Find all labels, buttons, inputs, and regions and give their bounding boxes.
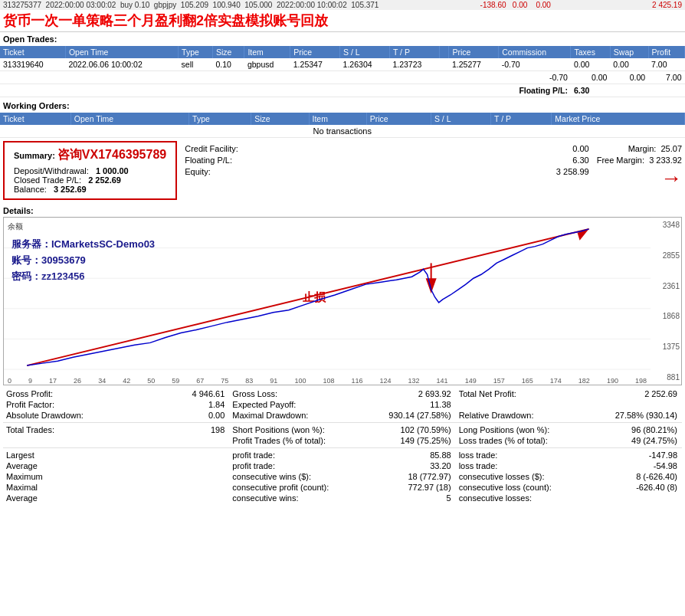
stats-row1: Gross Profit: 4 946.61 Gross Loss: 2 693… bbox=[3, 388, 682, 399]
x-34: 34 bbox=[98, 377, 106, 385]
floating-taxes: 0.00 bbox=[571, 71, 610, 84]
credit-value: 0.00 bbox=[572, 144, 588, 153]
working-orders-header: Working Orders: bbox=[0, 99, 685, 113]
svg-marker-9 bbox=[426, 278, 437, 293]
maximum-row: Maximum consecutive wins ($): 18 (772.97… bbox=[3, 471, 682, 482]
expected-payoff-label: Expected Payoff: bbox=[232, 400, 296, 409]
chart-container: 余额 服务器：ICMarketsSC-Demo03 账号：30953679 密码… bbox=[3, 217, 682, 385]
prev-closed-amt: 2 425.19 bbox=[652, 1, 682, 9]
x-108: 108 bbox=[323, 377, 334, 385]
floating-pl-sum-value: 6.30 bbox=[572, 156, 588, 165]
avg-consec-row: Average consecutive wins: 5 consecutive … bbox=[3, 493, 682, 503]
total-trades-label: Total Trades: bbox=[6, 425, 54, 434]
max-consec-losses-label: consecutive losses ($): bbox=[459, 472, 545, 481]
margin-row: Margin: 25.07 bbox=[597, 144, 682, 153]
stats-row2: Profit Factor: 1.84 Expected Payoff: 11.… bbox=[3, 399, 682, 410]
col-item: Item bbox=[244, 46, 290, 58]
avg-consec-wins-value: 5 bbox=[447, 493, 451, 503]
largest-profit-row: profit trade: 85.88 bbox=[229, 450, 455, 460]
open-trade-row: 313319640 2022.06.06 10:00:02 sell 0.10 … bbox=[0, 58, 685, 71]
max-consec-wins-row: consecutive wins ($): 18 (772.97) bbox=[229, 471, 455, 482]
average-profit-value: 33.20 bbox=[430, 461, 451, 470]
balance-value: 3 252.69 bbox=[54, 185, 87, 194]
average-loss-row: loss trade: -54.98 bbox=[456, 460, 682, 471]
gross-profit-value: 4 946.61 bbox=[192, 389, 225, 398]
x-26: 26 bbox=[74, 377, 81, 385]
summary-label: Summary: bbox=[14, 151, 55, 160]
floating-pl-sum-label: Floating P/L: bbox=[185, 156, 232, 165]
working-orders-table: Ticket Open Time Type Size Item Price S … bbox=[0, 113, 685, 138]
summary-balance-row: Balance: 3 252.69 bbox=[14, 185, 166, 194]
short-positions-row: Short Positions (won %): 102 (70.59%) bbox=[229, 424, 455, 435]
chart-svg bbox=[4, 218, 651, 372]
floating-empty bbox=[0, 71, 499, 84]
profit-factor-label: Profit Factor: bbox=[6, 400, 54, 409]
trade-tp: 1.23723 bbox=[389, 58, 439, 71]
closed-pl-value: 2 252.69 bbox=[88, 175, 121, 185]
details-title: Details: bbox=[3, 206, 682, 215]
total-net-profit-value: 2 252.69 bbox=[644, 389, 677, 398]
rel-drawdown-row: Relative Drawdown: 27.58% (930.14) bbox=[456, 410, 682, 421]
floating-commission: -0.70 bbox=[499, 71, 571, 84]
profit-factor-row: Profit Factor: 1.84 bbox=[3, 399, 229, 410]
no-transactions-row: No transactions bbox=[0, 125, 685, 138]
summary-contact: 咨询VX1746395789 bbox=[57, 148, 166, 161]
x-50: 50 bbox=[147, 377, 155, 385]
details-section: Details: 余额 服务器：ICMarketsSC-Demo03 账号：30… bbox=[3, 206, 682, 385]
col-empty bbox=[439, 46, 449, 58]
maximal-label: Maximal bbox=[6, 483, 38, 492]
expected-payoff-value: 11.38 bbox=[430, 400, 451, 409]
x-149: 149 bbox=[465, 377, 477, 385]
expected-payoff-row: Expected Payoff: 11.38 bbox=[229, 399, 455, 410]
x-157: 157 bbox=[493, 377, 505, 385]
largest-loss-row: loss trade: -147.98 bbox=[456, 450, 682, 460]
credit-label: Credit Facility: bbox=[185, 144, 238, 153]
average-label: Average bbox=[6, 461, 38, 470]
closed-pl-label: Closed Trade P/L: bbox=[14, 175, 81, 185]
x-174: 174 bbox=[550, 377, 562, 385]
arrow-right: → bbox=[597, 166, 682, 191]
col-ticket: Ticket bbox=[0, 46, 65, 58]
separator1 bbox=[3, 422, 682, 423]
rel-drawdown-label: Relative Drawdown: bbox=[459, 411, 534, 420]
title-bar: 货币一次一单策略三个月盈利翻2倍实盘模拟账号回放 bbox=[0, 10, 685, 32]
margin-value: 25.07 bbox=[660, 144, 682, 153]
summary-mid-section: Credit Facility: 0.00 Floating P/L: 6.30… bbox=[185, 141, 589, 176]
free-margin-row: Free Margin: 3 233.92 bbox=[597, 156, 682, 165]
x-116: 116 bbox=[351, 377, 362, 385]
equity-label: Equity: bbox=[185, 167, 211, 176]
col-price: Price bbox=[290, 46, 340, 58]
x-67: 67 bbox=[196, 377, 204, 385]
x-91: 91 bbox=[270, 377, 277, 385]
profit-trades-label: Profit Trades (% of total): bbox=[232, 436, 326, 445]
wo-col-size: Size bbox=[251, 113, 309, 125]
loss-trades-label: Loss trades (% of total): bbox=[459, 436, 548, 445]
rel-drawdown-value: 27.58% (930.14) bbox=[615, 411, 677, 420]
trade-current-price: 1.25277 bbox=[449, 58, 499, 71]
stats-row5: Profit Trades (% of total): 149 (75.25%)… bbox=[3, 435, 682, 446]
gross-profit-label: Gross Profit: bbox=[6, 389, 53, 398]
prev-data-row: 313275377 2022:00:00 03:00:02 buy 0.10 g… bbox=[0, 0, 685, 10]
max-drawdown-label: Maximal Drawdown: bbox=[232, 411, 308, 420]
equity-value: 3 258.99 bbox=[556, 167, 589, 176]
page-title: 货币一次一单策略三个月盈利翻2倍实盘模拟账号回放 bbox=[3, 11, 328, 30]
col-swap: Swap bbox=[610, 46, 648, 58]
trade-taxes: 0.00 bbox=[571, 58, 610, 71]
average-profit-row: profit trade: 33.20 bbox=[229, 460, 455, 471]
floating-row: -0.70 0.00 0.00 7.00 bbox=[0, 71, 685, 84]
average-label-row: Average bbox=[3, 460, 229, 471]
largest-label: Largest bbox=[6, 451, 34, 460]
profit-trades-row: Profit Trades (% of total): 149 (75.25%) bbox=[229, 435, 455, 446]
profit-factor-value: 1.84 bbox=[208, 400, 225, 409]
summary-deposit-row: Deposit/Withdrawal: 1 000.00 bbox=[14, 166, 166, 175]
average-loss-label: loss trade: bbox=[459, 461, 498, 470]
col-size: Size bbox=[212, 46, 244, 58]
svg-line-6 bbox=[27, 229, 588, 365]
wo-col-item: Item bbox=[309, 113, 366, 125]
summary-right-section: Margin: 25.07 Free Margin: 3 233.92 → bbox=[597, 141, 682, 191]
short-positions-label: Short Positions (won %): bbox=[232, 425, 324, 434]
long-positions-value: 96 (80.21%) bbox=[631, 425, 677, 434]
col-taxes: Taxes bbox=[571, 46, 610, 58]
max-consec-profit-value: 772.97 (18) bbox=[408, 483, 451, 492]
long-positions-row: Long Positions (won %): 96 (80.21%) bbox=[456, 424, 682, 435]
